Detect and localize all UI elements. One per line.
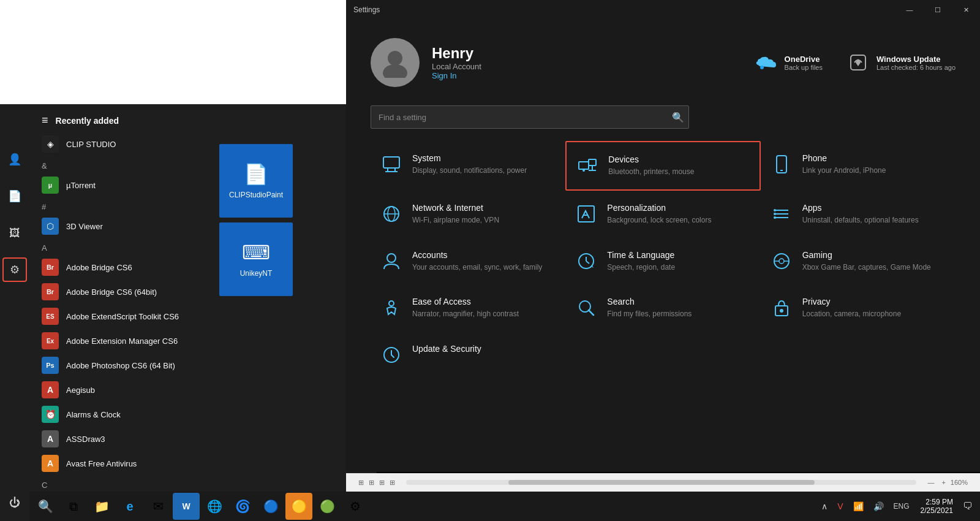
taskbar-edge[interactable]: e — [116, 493, 143, 520]
settings-item-ease[interactable]: Ease of Access Narrator, magnifier, high… — [371, 284, 565, 332]
list-item[interactable]: A Avast Free Antivirus — [29, 451, 207, 476]
list-item[interactable]: ◈ CLIP STUDIO — [29, 132, 207, 156]
settings-item-phone[interactable]: Phone Link your Android, iPhone — [761, 141, 956, 191]
devices-text: Devices Bluetooth, printers, mouse — [608, 154, 749, 177]
list-item[interactable]: µ µTorrent — [29, 173, 207, 197]
taskbar-edge2[interactable]: 🌀 — [229, 493, 256, 520]
time-desc: Speech, region, date — [607, 262, 750, 273]
photo-sidebar-icon[interactable]: 🖼 — [2, 221, 27, 245]
ease-title: Ease of Access — [412, 297, 556, 306]
section-letter-a: A — [29, 238, 207, 255]
tile-clipstudiopaint[interactable]: 📄 CLIPStudioPaint — [219, 144, 293, 218]
settings-grid: System Display, sound, notifications, po… — [371, 141, 956, 378]
taskbar-app3[interactable]: 🟢 — [314, 493, 341, 520]
settings-item-apps[interactable]: Apps Uninstall, defaults, optional featu… — [761, 191, 956, 238]
time-title: Time & Language — [607, 250, 750, 260]
taskbar-app4[interactable]: ⚙ — [342, 493, 369, 520]
network-icon — [380, 203, 402, 225]
settings-item-search[interactable]: Search Find my files, permissions — [565, 284, 760, 332]
system-text: System Display, sound, notifications, po… — [412, 153, 556, 176]
settings-body: Henry Local Account Sign In OneDrive Bac… — [346, 20, 980, 472]
privacy-title: Privacy — [802, 297, 946, 306]
notification-button[interactable]: 🗨 — [960, 493, 975, 520]
user-sidebar-icon[interactable]: 👤 — [2, 147, 27, 172]
privacy-text: Privacy Location, camera, microphone — [802, 297, 946, 319]
taskbar-mail[interactable]: ✉ — [145, 493, 172, 520]
devices-icon — [576, 154, 598, 177]
app-name: µTorrent — [66, 181, 96, 190]
clock-area[interactable]: 2:59 PM 2/25/2021 — [916, 498, 958, 515]
tray-lang[interactable]: ENG — [890, 500, 913, 513]
list-item[interactable]: ⏰ Alarms & Clock — [29, 402, 207, 427]
settings-item-privacy[interactable]: Privacy Location, camera, microphone — [761, 284, 956, 332]
app-name: ASSDraw3 — [66, 435, 105, 444]
settings-sidebar-icon[interactable]: ⚙ — [2, 257, 27, 282]
list-item[interactable]: ES Adobe ExtendScript Toolkit CS6 — [29, 304, 207, 329]
maximize-button[interactable]: ☐ — [924, 0, 952, 20]
devices-desc: Bluetooth, printers, mouse — [608, 167, 749, 177]
network-title: Network & Internet — [412, 203, 556, 213]
taskbar-chrome[interactable]: 🌐 — [201, 493, 228, 520]
taskbar-right: ∧ V 📶 🔊 ENG 2:59 PM 2/25/2021 🗨 — [813, 493, 980, 520]
tray-network[interactable]: 📶 — [850, 499, 867, 514]
tray-volume[interactable]: 🔊 — [870, 499, 888, 514]
tile-label: UnikeyNT — [240, 269, 273, 278]
onedrive-shortcut[interactable]: OneDrive Back up files — [755, 51, 823, 74]
settings-item-update[interactable]: Update & Security — [371, 332, 956, 378]
svg-point-26 — [387, 254, 396, 262]
list-item[interactable]: A ASSDraw3 — [29, 427, 207, 451]
settings-item-personalization[interactable]: Personalization Background, lock screen,… — [565, 191, 760, 238]
tray-virus[interactable]: V — [834, 499, 846, 514]
svg-line-37 — [589, 310, 594, 315]
taskbar-word[interactable]: W — [173, 493, 200, 520]
settings-item-time[interactable]: A Time & Language Speech, region, date — [565, 238, 760, 285]
taskbar-search[interactable]: 🔍 — [32, 493, 59, 520]
phone-text: Phone Link your Android, iPhone — [802, 153, 946, 176]
power-sidebar-icon[interactable]: ⏻ — [2, 490, 27, 515]
settings-item-system[interactable]: System Display, sound, notifications, po… — [371, 141, 565, 191]
start-menu-content: ◈ CLIP STUDIO & µ µTorrent # ⬡ 3D Viewer… — [29, 132, 377, 521]
search-icon: 🔍 — [672, 112, 684, 123]
ease-text: Ease of Access Narrator, magnifier, high… — [412, 297, 556, 319]
list-item[interactable]: Br Adobe Bridge CS6 — [29, 255, 207, 280]
app-icon-photoshop: Ps — [42, 357, 59, 374]
update-title: Update & Security — [412, 344, 946, 354]
time-text: Time & Language Speech, region, date — [607, 250, 750, 273]
taskbar-app1[interactable]: 🔵 — [257, 493, 284, 520]
close-button[interactable]: ✕ — [952, 0, 980, 20]
settings-item-devices[interactable]: Devices Bluetooth, printers, mouse — [565, 141, 760, 191]
tile-unikeynt[interactable]: ⌨ UnikeyNT — [219, 222, 293, 296]
settings-item-network[interactable]: Network & Internet Wi-Fi, airplane mode,… — [371, 191, 565, 238]
windows-update-shortcut[interactable]: Windows Update Last checked: 6 hours ago — [847, 51, 956, 74]
phone-desc: Link your Android, iPhone — [802, 165, 946, 176]
svg-point-0 — [388, 51, 402, 66]
clock-date: 2/25/2021 — [921, 506, 953, 515]
app-icon-extmanager: Ex — [42, 332, 59, 349]
onedrive-label: OneDrive — [785, 55, 823, 64]
settings-title: Settings — [353, 6, 380, 14]
user-signin-link[interactable]: Sign In — [432, 71, 743, 80]
list-item[interactable]: A Aegisub — [29, 378, 207, 402]
search-input[interactable] — [371, 105, 689, 129]
list-item[interactable]: ⬡ 3D Viewer — [29, 214, 207, 238]
top-white-area — [0, 0, 346, 104]
taskbar-app2[interactable]: 🟡 — [285, 493, 312, 520]
document-sidebar-icon[interactable]: 📄 — [2, 184, 27, 208]
phone-title: Phone — [802, 153, 946, 163]
settings-window: Settings — ☐ ✕ Henry Local Account Sign … — [346, 0, 980, 472]
hamburger-icon[interactable]: ≡ — [42, 114, 48, 127]
tray-chevron[interactable]: ∧ — [818, 499, 831, 514]
list-item[interactable]: Ex Adobe Extension Manager CS6 — [29, 329, 207, 353]
app-icon-3dviewer: ⬡ — [42, 218, 59, 235]
app-icon-bridge64: Br — [42, 283, 59, 300]
gaming-icon — [771, 250, 793, 272]
taskbar-explorer[interactable]: 📁 — [88, 493, 115, 520]
list-item[interactable]: Br Adobe Bridge CS6 (64bit) — [29, 280, 207, 304]
settings-item-gaming[interactable]: Gaming Xbox Game Bar, captures, Game Mod… — [761, 238, 956, 285]
list-item[interactable]: Ps Adobe Photoshop CS6 (64 Bit) — [29, 353, 207, 378]
apps-desc: Uninstall, defaults, optional features — [802, 215, 946, 226]
minimize-button[interactable]: — — [895, 0, 924, 20]
taskbar-taskview[interactable]: ⧉ — [60, 493, 87, 520]
section-letter: & — [29, 156, 207, 173]
settings-item-accounts[interactable]: Accounts Your accounts, email, sync, wor… — [371, 238, 565, 285]
